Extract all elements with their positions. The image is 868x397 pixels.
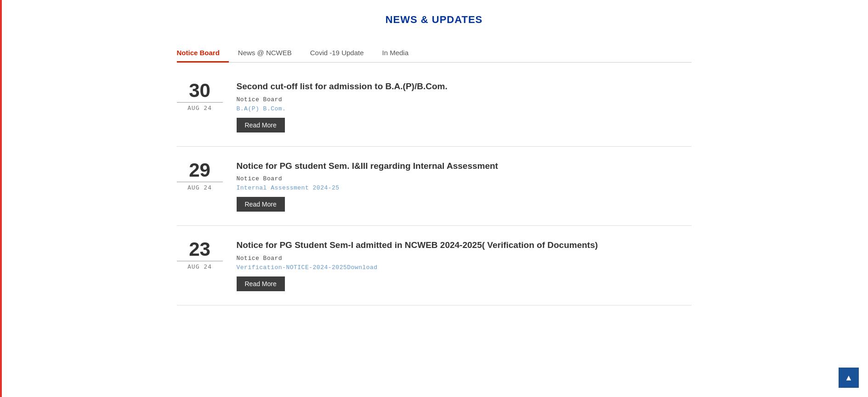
news-day-1: 30 — [177, 81, 223, 100]
news-month-year-3: AUG 24 — [177, 263, 223, 270]
page-title: NEWS & UPDATES — [177, 14, 692, 26]
news-tag-3: Verification-NOTICE-2024-2025Download — [237, 264, 692, 271]
page-header: NEWS & UPDATES — [177, 0, 692, 35]
news-item: 30 AUG 24 Second cut-off list for admiss… — [177, 67, 692, 147]
date-separator-2 — [177, 182, 223, 182]
tab-news-ncweb[interactable]: News @ NCWEB — [229, 44, 301, 62]
tab-notice-board[interactable]: Notice Board — [177, 44, 229, 62]
news-item-2: 29 AUG 24 Notice for PG student Sem. I&I… — [177, 147, 692, 226]
news-item-3: 23 AUG 24 Notice for PG Student Sem-I ad… — [177, 226, 692, 305]
news-day-3: 23 — [177, 240, 223, 259]
date-separator-3 — [177, 261, 223, 261]
news-title-1: Second cut-off list for admission to B.A… — [237, 81, 692, 92]
news-category-1: Notice Board — [237, 96, 692, 103]
date-separator-1 — [177, 102, 223, 103]
news-date-3: 23 AUG 24 — [177, 240, 223, 270]
news-category-3: Notice Board — [237, 255, 692, 262]
news-tag-1: B.A(P) B.Com. — [237, 105, 692, 112]
news-category-2: Notice Board — [237, 175, 692, 182]
news-content-1: Second cut-off list for admission to B.A… — [237, 81, 692, 132]
news-date-1: 30 AUG 24 — [177, 81, 223, 111]
left-accent-bar — [0, 0, 2, 397]
news-day-2: 29 — [177, 161, 223, 180]
news-date-2: 29 AUG 24 — [177, 161, 223, 191]
news-list: 30 AUG 24 Second cut-off list for admiss… — [177, 67, 692, 305]
news-tag-2: Internal Assessment 2024-25 — [237, 184, 692, 191]
read-more-button-2[interactable]: Read More — [237, 197, 285, 212]
news-month-year-2: AUG 24 — [177, 184, 223, 191]
tab-covid-update[interactable]: Covid -19 Update — [301, 44, 373, 62]
read-more-button-3[interactable]: Read More — [237, 276, 285, 291]
scroll-to-top-button[interactable]: ▲ — [839, 368, 859, 388]
read-more-button-1[interactable]: Read More — [237, 118, 285, 132]
tab-in-media[interactable]: In Media — [373, 44, 418, 62]
tabs-container: Notice Board News @ NCWEB Covid -19 Upda… — [177, 44, 692, 63]
news-title-2: Notice for PG student Sem. I&III regardi… — [237, 161, 692, 172]
news-content-2: Notice for PG student Sem. I&III regardi… — [237, 161, 692, 212]
news-month-year-1: AUG 24 — [177, 104, 223, 111]
news-content-3: Notice for PG Student Sem-I admitted in … — [237, 240, 692, 291]
news-title-3: Notice for PG Student Sem-I admitted in … — [237, 240, 692, 251]
